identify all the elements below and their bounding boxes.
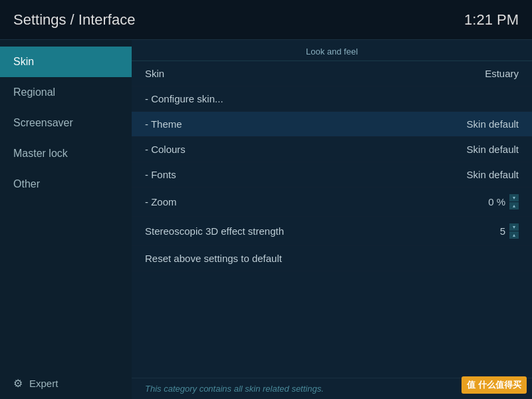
setting-label-theme: - Theme (145, 118, 182, 130)
sidebar-item-master-lock[interactable]: Master lock (0, 138, 132, 169)
setting-value-colours: Skin default (467, 144, 519, 155)
reset-button[interactable]: Reset above settings to default (132, 246, 532, 271)
page-title: Settings / Interface (13, 11, 135, 29)
setting-label-zoom: - Zoom (145, 196, 177, 207)
setting-label-configure-skin: - Configure skin... (145, 93, 223, 104)
setting-row-colours[interactable]: - Colours Skin default (132, 137, 532, 162)
setting-row-fonts[interactable]: - Fonts Skin default (132, 162, 532, 188)
sidebar-item-screensaver[interactable]: Screensaver (0, 108, 132, 138)
section-header-look-feel: Look and feel (132, 40, 532, 61)
setting-label-colours: - Colours (145, 144, 186, 155)
main-layout: Skin Regional Screensaver Master lock Ot… (0, 40, 532, 399)
sidebar-item-regional[interactable]: Regional (0, 77, 132, 108)
setting-row-stereoscopic[interactable]: Stereoscopic 3D effect strength 5 ▾ ▴ (132, 217, 532, 246)
setting-row-zoom[interactable]: - Zoom 0 % ▾ ▴ (132, 188, 532, 217)
zoom-stepper[interactable]: ▾ ▴ (509, 194, 519, 209)
gear-icon: ⚙ (13, 377, 23, 390)
setting-row-theme[interactable]: - Theme Skin default (132, 112, 532, 137)
stereoscopic-down-button[interactable]: ▾ (509, 223, 519, 231)
zoom-up-button[interactable]: ▴ (509, 202, 519, 209)
watermark: 值 什么值得买 (462, 376, 527, 394)
setting-label-stereoscopic: Stereoscopic 3D effect strength (145, 225, 284, 237)
reset-label: Reset above settings to default (145, 253, 282, 264)
content-area: Look and feel Skin Estuary - Configure s… (132, 40, 532, 399)
stereoscopic-up-button[interactable]: ▴ (509, 231, 519, 239)
setting-value-stereoscopic: 5 ▾ ▴ (500, 223, 519, 239)
sidebar-item-other[interactable]: Other (0, 169, 132, 200)
setting-value-theme: Skin default (467, 118, 519, 130)
setting-row-configure-skin[interactable]: - Configure skin... (132, 86, 532, 112)
setting-label-fonts: - Fonts (145, 169, 176, 180)
sidebar-item-skin[interactable]: Skin (0, 47, 132, 77)
clock: 1:21 PM (464, 11, 519, 29)
app-header: Settings / Interface 1:21 PM (0, 0, 532, 40)
zoom-down-button[interactable]: ▾ (509, 194, 519, 201)
setting-value-fonts: Skin default (467, 169, 519, 180)
expert-mode-toggle[interactable]: ⚙ Expert (0, 368, 132, 399)
settings-scroll: Look and feel Skin Estuary - Configure s… (132, 40, 532, 378)
setting-value-zoom: 0 % ▾ ▴ (488, 194, 519, 209)
setting-label-skin: Skin (145, 68, 164, 79)
stereoscopic-stepper[interactable]: ▾ ▴ (509, 223, 519, 239)
setting-row-skin[interactable]: Skin Estuary (132, 61, 532, 86)
expert-label: Expert (29, 378, 58, 389)
sidebar: Skin Regional Screensaver Master lock Ot… (0, 40, 132, 399)
setting-value-skin: Estuary (485, 68, 519, 79)
